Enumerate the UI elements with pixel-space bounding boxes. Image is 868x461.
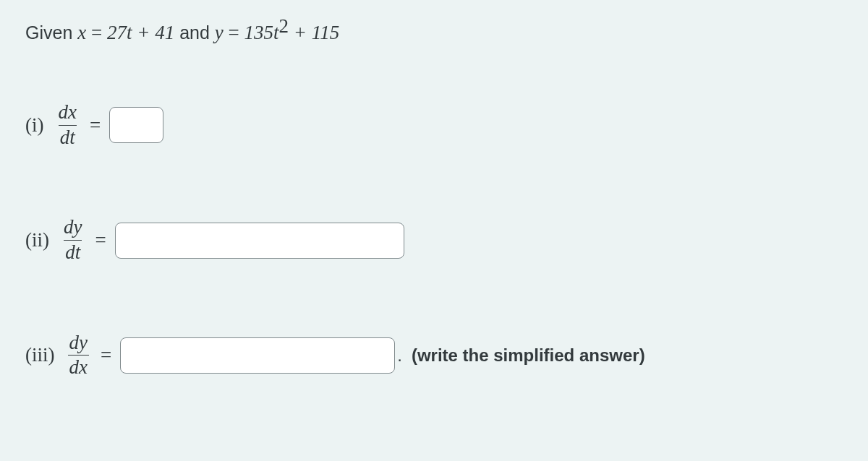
answer-input-i[interactable] [109,107,163,143]
eq2-equals: = [224,22,244,43]
eq1-rhs: 27t + 41 [107,22,174,43]
part-ii-label: (ii) [25,229,49,251]
eq2-rhs-a: 135t [244,22,279,43]
frac-num-dx: dx [56,102,77,125]
frac-num-dy: dy [62,217,83,240]
fraction-dy-dt: dy dt [62,217,83,263]
frac-num-dy-2: dy [68,332,89,356]
given-prefix: Given [25,22,77,43]
answer-input-iii[interactable] [120,337,395,374]
problem-statement: Given x = 27t + 41 and y = 135t2 + 115 [25,22,843,44]
connector-and: and [174,22,215,43]
eq2-exponent: 2 [279,15,289,37]
hint-simplified: (write the simplified answer) [412,345,645,366]
frac-den-dt-2: dt [64,240,82,264]
fraction-dy-dx: dy dx [68,332,89,379]
frac-den-dt: dt [59,125,77,149]
equals-ii: = [95,229,106,251]
part-i-label: (i) [25,114,43,137]
part-i-row: (i) dx dt = [25,102,843,148]
answer-input-ii[interactable] [115,223,404,259]
equals-i: = [90,114,101,137]
var-y: y [215,22,224,43]
part-iii-label: (iii) [25,344,55,366]
period-iii: . [397,345,402,366]
frac-den-dx: dx [68,355,89,379]
eq2-rhs-b: + 115 [289,22,339,43]
var-x: x [77,22,86,43]
part-ii-row: (ii) dy dt = [25,217,843,263]
eq1-equals: = [86,22,107,43]
part-iii-row: (iii) dy dx = . (write the simplified an… [25,332,843,379]
fraction-dx-dt: dx dt [56,102,77,148]
equals-iii: = [101,344,111,366]
